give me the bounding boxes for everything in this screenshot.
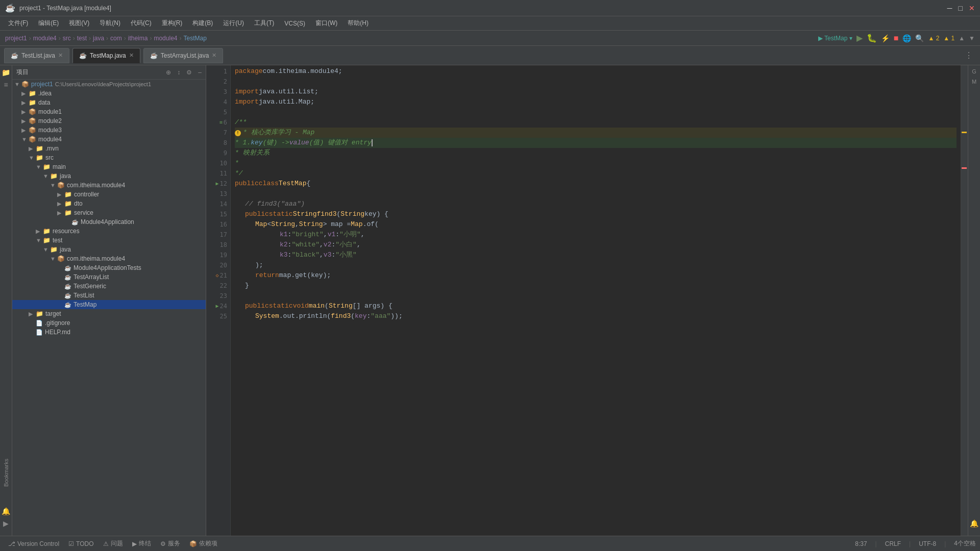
todo-tab[interactable]: ☑ TODO bbox=[64, 539, 97, 548]
menu-run[interactable]: 运行(U) bbox=[219, 18, 248, 29]
tree-data[interactable]: ▶ 📁 data bbox=[12, 98, 206, 107]
window-controls[interactable]: ─ □ ✕ bbox=[947, 4, 975, 12]
tree-src[interactable]: ▼ 📁 src bbox=[12, 153, 206, 162]
encoding[interactable]: UTF-8 bbox=[919, 540, 936, 547]
indent-settings[interactable]: 4个空格 bbox=[954, 539, 976, 548]
tree-test[interactable]: ▼ 📁 test bbox=[12, 236, 206, 245]
menu-build[interactable]: 构建(B) bbox=[188, 18, 217, 29]
run-dropdown[interactable]: ▶ TestMap ▾ bbox=[818, 35, 852, 42]
structure-icon[interactable]: ≡ bbox=[4, 81, 8, 89]
breadcrumb-com[interactable]: com bbox=[110, 35, 122, 42]
sidebar-scope-icon[interactable]: ⊕ bbox=[166, 69, 171, 76]
run-coverage[interactable]: ⚡ bbox=[881, 34, 890, 42]
run-button[interactable]: ▶ bbox=[856, 33, 863, 43]
menu-file[interactable]: 文件(F) bbox=[4, 18, 32, 29]
tab-testarraylist-close[interactable]: ✕ bbox=[212, 52, 216, 59]
tab-testlist[interactable]: ☕ TestList.java ✕ bbox=[4, 48, 69, 63]
sidebar-collapse-icon[interactable]: – bbox=[198, 69, 202, 76]
tree-arrow-java-main: ▼ bbox=[43, 173, 50, 179]
maximize-button[interactable]: □ bbox=[959, 4, 963, 12]
tree-testmap[interactable]: ▶ ☕ TestMap bbox=[12, 300, 206, 309]
tree-main[interactable]: ▼ 📁 main bbox=[12, 162, 206, 171]
tree-label-module3: module3 bbox=[38, 127, 62, 134]
menu-window[interactable]: 窗口(W) bbox=[311, 18, 341, 29]
tree-java-icon-list: ☕ bbox=[64, 292, 71, 299]
sidebar-sort-icon[interactable]: ↕ bbox=[177, 69, 180, 76]
tree-helpmd[interactable]: ▶ 📄 HELP.md bbox=[12, 328, 206, 337]
code-line-8[interactable]: * 1. key(键) -> value(值) 键值对 entry bbox=[235, 138, 957, 148]
tree-java-test[interactable]: ▼ 📁 java bbox=[12, 245, 206, 254]
tree-java-main[interactable]: ▼ 📁 java bbox=[12, 171, 206, 181]
tree-testlist[interactable]: ▶ ☕ TestList bbox=[12, 291, 206, 300]
minimize-button[interactable]: ─ bbox=[947, 4, 952, 12]
debug-button[interactable]: 🐛 bbox=[867, 33, 877, 43]
bookmarks-panel[interactable]: Bookmarks bbox=[2, 457, 10, 489]
code-content[interactable]: package com.itheima.module4; import java… bbox=[231, 65, 961, 536]
nav-down[interactable]: ▼ bbox=[969, 35, 975, 42]
run-manager-icon[interactable]: ▶ bbox=[3, 519, 9, 528]
dependencies-tab[interactable]: 📦 依赖项 bbox=[185, 538, 222, 549]
tree-controller[interactable]: ▶ 📁 controller bbox=[12, 190, 206, 199]
tree-service[interactable]: ▶ 📁 service bbox=[12, 208, 206, 217]
menu-vcs[interactable]: VCS(S) bbox=[280, 19, 309, 28]
notifications-icon[interactable]: 🔔 bbox=[2, 507, 10, 515]
tree-project1[interactable]: ▼ 📦 project1 C:\Users\Lenovo\IdeaProject… bbox=[12, 80, 206, 89]
tree-module4apptests[interactable]: ▶ ☕ Module4ApplicationTests bbox=[12, 263, 206, 272]
menu-edit[interactable]: 编辑(E) bbox=[34, 18, 63, 29]
services-tab[interactable]: ⚙ 服务 bbox=[156, 538, 184, 549]
terminal-tab[interactable]: ▶ 终结 bbox=[128, 538, 155, 549]
project-icon[interactable]: 📁 bbox=[2, 68, 10, 77]
line-ending[interactable]: CRLF bbox=[885, 540, 901, 547]
tree-package-test[interactable]: ▼ 📦 com.itheima.module4 bbox=[12, 254, 206, 263]
search-button[interactable]: 🔍 bbox=[915, 34, 924, 42]
tree-module4app[interactable]: ▶ ☕ Module4Application bbox=[12, 217, 206, 227]
tree-resources[interactable]: ▶ 📁 resources bbox=[12, 227, 206, 236]
tree-module2[interactable]: ▶ 📦 module2 bbox=[12, 116, 206, 126]
gradle-icon[interactable]: G bbox=[972, 68, 976, 74]
maven-icon[interactable]: M bbox=[972, 79, 976, 85]
nav-up[interactable]: ▲ bbox=[959, 35, 965, 42]
menu-view[interactable]: 视图(V) bbox=[65, 18, 93, 29]
scroll-gutter[interactable] bbox=[961, 65, 968, 536]
menu-tools[interactable]: 工具(T) bbox=[250, 18, 278, 29]
sidebar-settings-icon[interactable]: ⚙ bbox=[186, 69, 192, 76]
tree-testgeneric[interactable]: ▶ ☕ TestGeneric bbox=[12, 282, 206, 291]
tabs-more[interactable]: ⋮ bbox=[962, 51, 976, 60]
menu-navigate[interactable]: 导航(N) bbox=[95, 18, 125, 29]
menu-code[interactable]: 代码(C) bbox=[127, 18, 156, 29]
breadcrumb-test[interactable]: test bbox=[77, 35, 87, 42]
menu-refactor[interactable]: 重构(R) bbox=[158, 18, 187, 29]
tree-module1[interactable]: ▶ 📦 module1 bbox=[12, 107, 206, 116]
tree-gitignore[interactable]: ▶ 📄 .gitignore bbox=[12, 318, 206, 328]
breadcrumb-src[interactable]: src bbox=[63, 35, 71, 42]
cursor-position[interactable]: 8:37 bbox=[855, 540, 867, 547]
tab-testarraylist[interactable]: ☕ TestArrayList.java ✕ bbox=[143, 48, 224, 63]
tree-arrow-main: ▼ bbox=[36, 164, 43, 170]
problems-tab[interactable]: ⚠ 问题 bbox=[99, 538, 127, 549]
tree-idea[interactable]: ▶ 📁 .idea bbox=[12, 89, 206, 98]
tree-arrow-test: ▼ bbox=[36, 237, 43, 243]
tree-module4[interactable]: ▼ 📦 module4 bbox=[12, 135, 206, 144]
notifications-right-icon[interactable]: 🔔 bbox=[970, 519, 978, 528]
menu-help[interactable]: 帮助(H) bbox=[344, 18, 373, 29]
tab-testmap[interactable]: ☕ TestMap.java ✕ bbox=[72, 48, 140, 63]
breadcrumb-itheima[interactable]: itheima bbox=[128, 35, 148, 42]
breadcrumb-project[interactable]: project1 bbox=[5, 35, 27, 42]
breadcrumb-testmap[interactable]: TestMap bbox=[183, 35, 206, 42]
tree-module3[interactable]: ▶ 📦 module3 bbox=[12, 126, 206, 135]
code-editor[interactable]: 1 2 3 4 5 ≡6 7 8 9 10 11 ▶12 13 14 15 16 bbox=[206, 65, 968, 536]
close-button[interactable]: ✕ bbox=[969, 4, 975, 12]
breadcrumb-module[interactable]: module4 bbox=[33, 35, 57, 42]
breadcrumb-module4[interactable]: module4 bbox=[154, 35, 177, 42]
tab-testmap-close[interactable]: ✕ bbox=[129, 52, 134, 59]
breadcrumb-java[interactable]: java bbox=[93, 35, 104, 42]
version-control-tab[interactable]: ⎇ Version Control bbox=[4, 539, 63, 548]
tab-testlist-close[interactable]: ✕ bbox=[58, 52, 63, 59]
tree-testarraylist[interactable]: ▶ ☕ TestArrayList bbox=[12, 272, 206, 282]
tree-mvn[interactable]: ▶ 📁 .mvn bbox=[12, 144, 206, 153]
stop-button[interactable]: ■ bbox=[894, 34, 899, 43]
translate-button[interactable]: 🌐 bbox=[902, 34, 911, 42]
tree-target[interactable]: ▶ 📁 target bbox=[12, 309, 206, 318]
tree-dto[interactable]: ▶ 📁 dto bbox=[12, 199, 206, 208]
tree-package-main[interactable]: ▼ 📦 com.itheima.module4 bbox=[12, 181, 206, 190]
